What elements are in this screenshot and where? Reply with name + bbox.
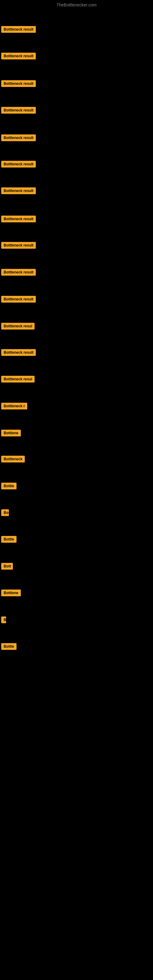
badge-row-22: Bottlene — [1, 590, 21, 598]
badge-row-23: B — [1, 616, 6, 624]
badge-row-14: Bottleneck resul — [1, 376, 35, 384]
badge-row-2: Bottleneck result — [1, 52, 36, 60]
badge-row-5: Bottleneck result — [1, 134, 36, 142]
badge-row-20: Bottle — [1, 536, 16, 544]
bottleneck-badge-12[interactable]: Bottleneck resul — [1, 323, 35, 329]
bottleneck-badge-9[interactable]: Bottleneck result — [1, 242, 36, 249]
badge-row-18: Bottle — [1, 483, 16, 491]
badge-row-11: Bottleneck result — [1, 296, 36, 304]
badge-row-24: Bottle — [1, 643, 16, 651]
bottleneck-badge-5[interactable]: Bottleneck result — [1, 134, 36, 141]
bottleneck-badge-18[interactable]: Bottle — [1, 483, 16, 489]
bottleneck-badge-17[interactable]: Bottleneck — [1, 456, 25, 463]
badge-row-16: Bottlene — [1, 430, 21, 438]
badge-row-15: Bottleneck r — [1, 403, 27, 411]
badge-row-4: Bottleneck result — [1, 107, 36, 115]
badge-row-10: Bottleneck result — [1, 269, 36, 277]
bottleneck-badge-7[interactable]: Bottleneck result — [1, 188, 36, 194]
bottleneck-badge-8[interactable]: Bottleneck result — [1, 216, 36, 222]
bottleneck-badge-19[interactable]: Bo — [1, 509, 9, 516]
bottleneck-badge-20[interactable]: Bottle — [1, 536, 16, 542]
badge-row-12: Bottleneck resul — [1, 323, 35, 331]
badge-row-8: Bottleneck result — [1, 216, 36, 224]
bottleneck-badge-21[interactable]: Bott — [1, 563, 13, 570]
badge-row-13: Bottleneck result — [1, 349, 36, 357]
badge-row-7: Bottleneck result — [1, 188, 36, 196]
badge-row-9: Bottleneck result — [1, 242, 36, 250]
badges-container: Bottleneck resultBottleneck resultBottle… — [0, 9, 153, 980]
bottleneck-badge-13[interactable]: Bottleneck result — [1, 349, 36, 356]
badge-row-21: Bott — [1, 563, 13, 571]
badge-row-17: Bottleneck — [1, 456, 25, 464]
bottleneck-badge-4[interactable]: Bottleneck result — [1, 107, 36, 114]
badge-row-1: Bottleneck result — [1, 26, 36, 34]
site-title-container: TheBottlenecker.com — [0, 0, 153, 9]
bottleneck-badge-6[interactable]: Bottleneck result — [1, 161, 36, 167]
bottleneck-badge-11[interactable]: Bottleneck result — [1, 296, 36, 302]
site-title: TheBottlenecker.com — [0, 0, 153, 9]
badge-row-3: Bottleneck result — [1, 80, 36, 88]
bottleneck-badge-1[interactable]: Bottleneck result — [1, 26, 36, 33]
bottleneck-badge-22[interactable]: Bottlene — [1, 590, 21, 596]
bottleneck-badge-16[interactable]: Bottlene — [1, 430, 21, 436]
bottleneck-badge-24[interactable]: Bottle — [1, 643, 16, 650]
bottleneck-badge-15[interactable]: Bottleneck r — [1, 403, 27, 409]
bottleneck-badge-2[interactable]: Bottleneck result — [1, 52, 36, 59]
bottleneck-badge-23[interactable]: B — [1, 616, 6, 623]
bottleneck-badge-14[interactable]: Bottleneck resul — [1, 376, 35, 382]
badge-row-19: Bo — [1, 509, 9, 517]
bottleneck-badge-3[interactable]: Bottleneck result — [1, 80, 36, 87]
badge-row-6: Bottleneck result — [1, 161, 36, 169]
bottleneck-badge-10[interactable]: Bottleneck result — [1, 269, 36, 275]
